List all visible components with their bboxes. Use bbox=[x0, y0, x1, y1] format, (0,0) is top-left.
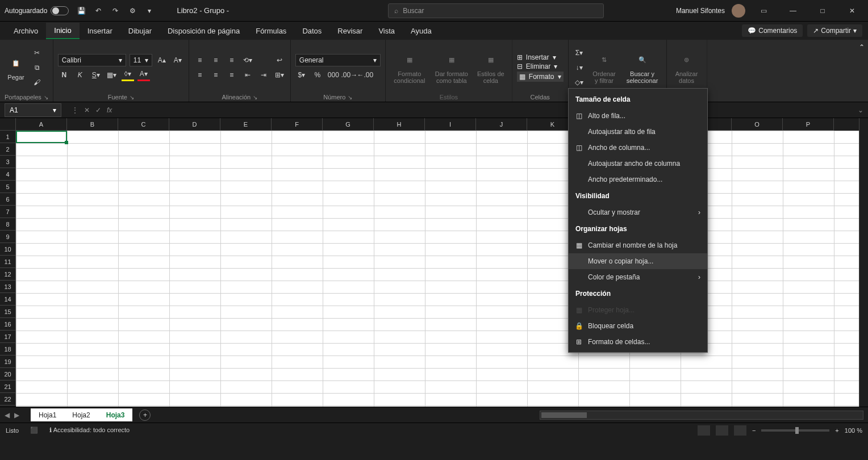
page-break-view-icon[interactable] bbox=[734, 425, 746, 436]
column-header[interactable]: B bbox=[67, 118, 118, 131]
font-color-icon[interactable]: A▾ bbox=[137, 69, 150, 81]
orientation-icon[interactable]: ⟲▾ bbox=[241, 54, 254, 66]
launcher-icon[interactable]: ↘ bbox=[44, 94, 48, 101]
wrap-text-icon[interactable]: ↩ bbox=[273, 54, 286, 66]
row-header[interactable]: 12 bbox=[0, 268, 16, 281]
align-middle-icon[interactable]: ≡ bbox=[210, 54, 222, 66]
paste-button[interactable]: 📋 Pegar bbox=[5, 52, 27, 83]
tab-dibujar[interactable]: Dibujar bbox=[120, 23, 160, 39]
save-icon[interactable]: 💾 bbox=[77, 6, 86, 15]
row-header[interactable]: 4 bbox=[0, 168, 16, 181]
column-header[interactable]: I bbox=[425, 118, 476, 131]
underline-icon[interactable]: S▾ bbox=[90, 69, 102, 81]
row-header[interactable]: 21 bbox=[0, 380, 16, 393]
decrease-font-icon[interactable]: A▾ bbox=[172, 54, 184, 66]
zoom-out-icon[interactable]: − bbox=[752, 427, 756, 434]
format-table-button[interactable]: ▦Dar formato como tabla bbox=[432, 49, 471, 86]
column-header[interactable]: C bbox=[118, 118, 169, 131]
delete-cells-button[interactable]: ⊟ Eliminar ▾ bbox=[517, 62, 564, 70]
qat-dropdown-icon[interactable]: ▾ bbox=[145, 6, 154, 15]
menu-tab-color[interactable]: Color de pestaña› bbox=[569, 269, 707, 285]
tab-formulas[interactable]: Fórmulas bbox=[248, 23, 294, 39]
row-header[interactable]: 18 bbox=[0, 343, 16, 356]
insert-cells-button[interactable]: ⊞ Insertar ▾ bbox=[517, 53, 564, 61]
cell-styles-button[interactable]: ▦Estilos de celda bbox=[474, 49, 507, 86]
redo-icon[interactable]: ↷ bbox=[111, 6, 120, 15]
collapse-ribbon-icon[interactable]: ⌃ bbox=[856, 40, 868, 102]
minimize-button[interactable]: — bbox=[782, 2, 804, 19]
column-header[interactable]: G bbox=[323, 118, 374, 131]
font-name-select[interactable]: Calibri▾ bbox=[58, 54, 126, 66]
bold-icon[interactable]: N bbox=[58, 69, 70, 81]
cancel-formula-icon[interactable]: ✕ bbox=[84, 106, 90, 114]
row-header[interactable]: 9 bbox=[0, 231, 16, 243]
row-header[interactable]: 2 bbox=[0, 143, 16, 156]
undo-icon[interactable]: ↶ bbox=[94, 6, 103, 15]
menu-default-width[interactable]: Ancho predeterminado... bbox=[569, 172, 707, 187]
launcher-icon[interactable]: ↘ bbox=[130, 94, 134, 101]
percent-icon[interactable]: % bbox=[311, 69, 324, 81]
column-header[interactable]: J bbox=[476, 118, 527, 131]
analyze-button[interactable]: ⊚Analizar datos bbox=[671, 49, 702, 86]
decrease-indent-icon[interactable]: ⇤ bbox=[241, 69, 254, 81]
align-bottom-icon[interactable]: ≡ bbox=[226, 54, 238, 66]
expand-formula-icon[interactable]: ⌄ bbox=[853, 106, 868, 114]
row-header[interactable]: 1 bbox=[0, 131, 16, 143]
sheet-tab-hoja2[interactable]: Hoja2 bbox=[64, 408, 98, 421]
record-macro-icon[interactable]: ⬛ bbox=[30, 426, 38, 434]
column-header[interactable]: E bbox=[220, 118, 272, 131]
select-all-corner[interactable] bbox=[0, 118, 16, 131]
italic-icon[interactable]: K bbox=[74, 69, 86, 81]
row-header[interactable]: 17 bbox=[0, 331, 16, 343]
sort-filter-button[interactable]: ⇅Ordenar y filtrar bbox=[589, 49, 620, 86]
column-header[interactable]: F bbox=[272, 118, 323, 131]
column-header[interactable]: O bbox=[732, 118, 783, 131]
row-header[interactable]: 14 bbox=[0, 293, 16, 306]
tab-insertar[interactable]: Insertar bbox=[80, 23, 120, 39]
column-header[interactable]: D bbox=[169, 118, 220, 131]
zoom-slider[interactable] bbox=[761, 429, 829, 432]
tab-revisar[interactable]: Revisar bbox=[329, 23, 370, 39]
borders-icon[interactable]: ▦▾ bbox=[106, 69, 118, 81]
comma-icon[interactable]: 000 bbox=[327, 69, 340, 81]
menu-col-width[interactable]: ◫Ancho de columna... bbox=[569, 140, 707, 156]
conditional-format-button[interactable]: ▦Formato condicional bbox=[390, 49, 429, 86]
row-header[interactable]: 8 bbox=[0, 218, 16, 231]
zoom-level[interactable]: 100 % bbox=[845, 427, 862, 434]
menu-hide-show[interactable]: Ocultar y mostrar› bbox=[569, 204, 707, 220]
autosave-toggle[interactable]: Autoguardado bbox=[5, 6, 69, 15]
row-header[interactable]: 10 bbox=[0, 243, 16, 256]
autosum-icon[interactable]: Σ▾ bbox=[573, 47, 586, 59]
row-header[interactable]: 5 bbox=[0, 181, 16, 193]
column-header[interactable]: A bbox=[16, 118, 67, 131]
menu-rename-sheet[interactable]: ▦Cambiar el nombre de la hoja bbox=[569, 237, 707, 253]
copy-icon[interactable]: ⧉ bbox=[31, 61, 43, 74]
menu-autofit-row[interactable]: Autoajustar alto de fila bbox=[569, 124, 707, 140]
format-painter-icon[interactable]: 🖌 bbox=[31, 76, 43, 89]
tab-datos[interactable]: Datos bbox=[294, 23, 329, 39]
row-header[interactable]: 6 bbox=[0, 193, 16, 206]
row-header[interactable]: 19 bbox=[0, 356, 16, 368]
fx-icon[interactable]: fx bbox=[107, 106, 112, 114]
vscrollbar[interactable] bbox=[859, 118, 868, 407]
menu-lock-cell[interactable]: 🔒Bloquear celda bbox=[569, 318, 707, 334]
row-header[interactable]: 3 bbox=[0, 156, 16, 168]
align-center-icon[interactable]: ≡ bbox=[210, 69, 222, 81]
cells-area[interactable] bbox=[16, 131, 859, 407]
tab-ayuda[interactable]: Ayuda bbox=[403, 23, 440, 39]
column-header[interactable]: H bbox=[374, 118, 425, 131]
launcher-icon[interactable]: ↘ bbox=[253, 94, 257, 101]
launcher-icon[interactable]: ↘ bbox=[348, 94, 352, 101]
clear-icon[interactable]: ◇▾ bbox=[573, 76, 586, 89]
row-header[interactable]: 16 bbox=[0, 318, 16, 331]
find-select-button[interactable]: 🔍Buscar y seleccionar bbox=[623, 49, 662, 86]
sheet-tab-hoja3[interactable]: Hoja3 bbox=[98, 408, 133, 421]
ribbon-mode-icon[interactable]: ▭ bbox=[752, 2, 775, 19]
align-top-icon[interactable]: ≡ bbox=[194, 54, 206, 66]
zoom-in-icon[interactable]: + bbox=[835, 427, 838, 434]
hscrollbar[interactable] bbox=[540, 411, 863, 420]
menu-row-height[interactable]: ◫Alto de fila... bbox=[569, 108, 707, 124]
page-layout-view-icon[interactable] bbox=[716, 425, 728, 436]
add-sheet-button[interactable]: + bbox=[139, 409, 151, 421]
align-right-icon[interactable]: ≡ bbox=[226, 69, 238, 81]
